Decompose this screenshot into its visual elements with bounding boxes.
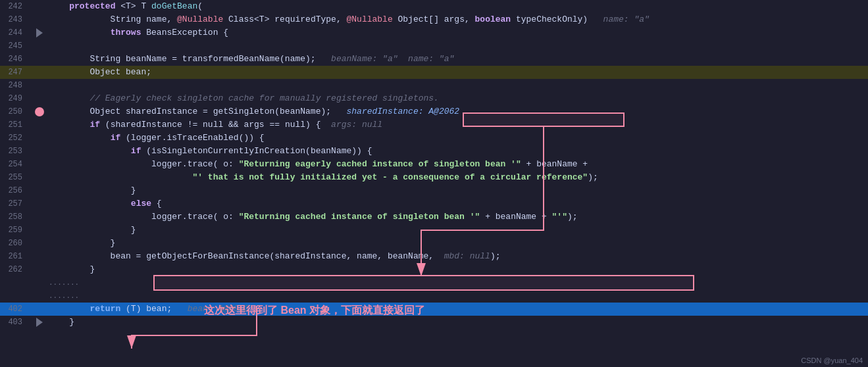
code-line: 249 // Eagerly check singleton cache for… xyxy=(0,92,868,105)
code-line: 256 } xyxy=(0,184,868,197)
code-token: } xyxy=(49,264,95,274)
code-line: ....... xyxy=(0,289,868,303)
code-token: (T) bean; xyxy=(120,304,187,314)
code-token: Class<T> requiredType, xyxy=(223,14,346,24)
code-token: mbd: null xyxy=(444,251,490,261)
line-content: else { xyxy=(46,197,868,210)
code-token: @Nullable xyxy=(177,14,223,24)
code-token xyxy=(49,120,89,130)
code-line: 250 Object sharedInstance = getSingleton… xyxy=(0,105,868,118)
code-token: if xyxy=(131,146,141,156)
code-token: logger.trace( o: xyxy=(49,159,239,169)
line-number: 250 xyxy=(0,107,33,116)
code-line: 253 if (isSingletonCurrentlyInCreation(b… xyxy=(0,145,868,158)
code-token xyxy=(49,146,131,156)
line-content: } xyxy=(46,224,868,237)
code-token: return xyxy=(89,304,120,314)
code-token: Object bean; xyxy=(49,67,151,77)
line-content: logger.trace( o: "Returning eagerly cach… xyxy=(46,158,868,171)
line-content: ....... xyxy=(46,276,868,289)
code-token: bean = getObjectForBeanInstance(sharedIn… xyxy=(49,251,444,261)
code-token: // Eagerly check singleton cache for man… xyxy=(49,93,336,103)
code-line: 402 return (T) bean; bean: A@2062 xyxy=(0,303,868,316)
code-token xyxy=(49,28,111,37)
code-token: ); xyxy=(567,212,578,222)
line-content: String beanName = transformedBeanName(na… xyxy=(46,53,868,66)
line-content: // Eagerly check singleton cache for man… xyxy=(46,92,868,105)
line-number: 251 xyxy=(0,120,33,130)
code-line: 260 } xyxy=(0,237,868,250)
code-token: else xyxy=(131,199,151,208)
line-number: 244 xyxy=(0,28,33,37)
line-content: logger.trace( o: "Returning cached insta… xyxy=(46,210,868,224)
line-number: 262 xyxy=(0,265,33,274)
watermark: CSDN @yuan_404 xyxy=(801,356,863,364)
code-token: name: "a" xyxy=(603,14,650,24)
code-line: 247 Object bean; xyxy=(0,66,868,79)
line-number: 254 xyxy=(0,160,33,169)
code-token: if xyxy=(89,120,100,130)
code-line: 257 else { xyxy=(0,197,868,210)
line-content: ....... xyxy=(46,289,868,303)
line-number: 256 xyxy=(0,186,33,195)
code-line: 261 bean = getObjectForBeanInstance(shar… xyxy=(0,250,868,263)
code-token: if xyxy=(111,133,121,143)
line-content: } xyxy=(46,184,868,197)
code-token: throws xyxy=(111,28,141,37)
bookmark-icon xyxy=(36,318,43,327)
code-line: 258 logger.trace( o: "Returning cached i… xyxy=(0,210,868,224)
line-content: bean = getObjectForBeanInstance(sharedIn… xyxy=(46,250,868,263)
line-content: if (logger.isTraceEnabled()) { xyxy=(46,132,868,145)
code-token: Object[] args, xyxy=(393,14,475,24)
code-token: ); xyxy=(588,172,598,182)
code-token: } xyxy=(49,185,136,195)
code-line: 251 if (sharedInstance != null && args =… xyxy=(0,118,868,132)
line-content: } xyxy=(46,316,868,329)
line-number: 242 xyxy=(0,2,33,11)
code-token xyxy=(49,1,69,11)
line-number: 248 xyxy=(0,81,33,90)
code-token xyxy=(49,199,131,208)
line-number: 247 xyxy=(0,68,33,77)
line-number: 253 xyxy=(0,147,33,156)
code-token: } xyxy=(49,225,136,235)
code-token: (sharedInstance != null && args == null)… xyxy=(100,120,331,130)
code-line: 254 logger.trace( o: "Returning eagerly … xyxy=(0,158,868,171)
line-number: 259 xyxy=(0,226,33,235)
line-number: 257 xyxy=(0,199,33,208)
line-content: throws BeansException { xyxy=(46,26,868,39)
code-token: } xyxy=(49,317,74,327)
line-content: if (sharedInstance != null && args == nu… xyxy=(46,118,868,132)
code-token xyxy=(49,172,192,182)
code-token: doGetBean xyxy=(151,1,197,11)
line-number: 260 xyxy=(0,239,33,248)
code-line: 248 xyxy=(0,79,868,92)
code-token xyxy=(49,133,111,143)
code-line: ....... xyxy=(0,276,868,289)
code-token: <T> T xyxy=(115,1,151,11)
code-token: { xyxy=(151,199,162,208)
code-token: @Nullable xyxy=(347,14,393,24)
line-number: 245 xyxy=(0,41,33,51)
code-token: (isSingletonCurrentlyInCreation(beanName… xyxy=(141,146,372,156)
code-token: (logger.isTraceEnabled()) { xyxy=(120,133,264,143)
code-token: + beanName + xyxy=(521,159,588,169)
code-line: 259 } xyxy=(0,224,868,237)
code-token: "Returning eagerly cached instance of si… xyxy=(239,159,521,169)
code-token: BeansException { xyxy=(141,28,228,37)
line-content: if (isSingletonCurrentlyInCreation(beanN… xyxy=(46,145,868,158)
code-token: ( xyxy=(197,1,203,11)
code-line: 244 throws BeansException { xyxy=(0,26,868,39)
code-line: 245 xyxy=(0,39,868,53)
line-gutter xyxy=(33,318,46,327)
code-token: args: null xyxy=(331,120,382,130)
code-token: ); xyxy=(490,251,501,261)
line-content: return (T) bean; bean: A@2062 xyxy=(46,303,868,316)
code-token: "Returning cached instance of singleton … xyxy=(239,212,480,222)
code-line: 255 "' that is not fully initialized yet… xyxy=(0,171,868,184)
line-number: 252 xyxy=(0,134,33,143)
code-token: } xyxy=(49,238,115,248)
line-content: "' that is not fully initialized yet - a… xyxy=(46,171,868,184)
line-number: 243 xyxy=(0,15,33,24)
line-content: Object bean; xyxy=(46,66,868,79)
